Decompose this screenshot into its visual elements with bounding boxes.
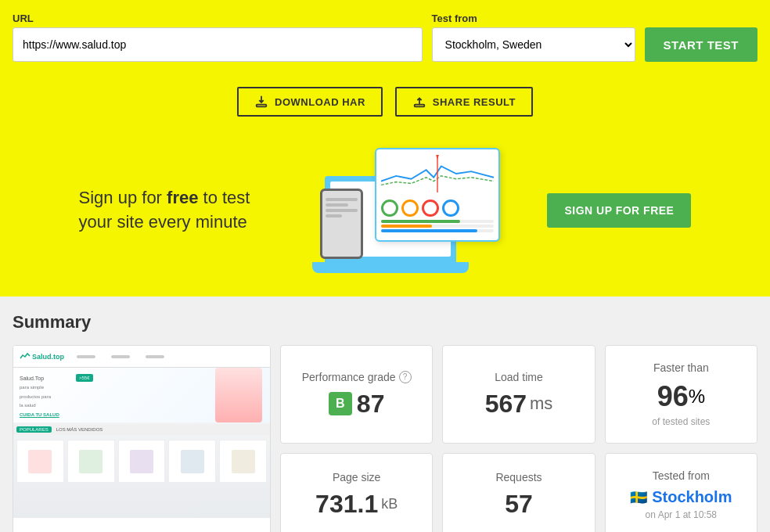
promo-illustration bbox=[297, 148, 500, 273]
test-from-select[interactable]: Stockholm, Sweden New York, USA London, … bbox=[432, 27, 635, 62]
test-from-group: Test from Stockholm, Sweden New York, US… bbox=[432, 13, 635, 62]
toolbar: URL Test from Stockholm, Sweden New York… bbox=[0, 0, 770, 77]
screenshot-inner: Salud.top Salud.Top para simple producto… bbox=[13, 346, 270, 518]
grade-row: B 87 bbox=[329, 390, 385, 419]
grade-value: 87 bbox=[357, 390, 385, 419]
site-product-3 bbox=[118, 440, 166, 483]
faster-than-label: Faster than bbox=[653, 361, 709, 374]
info-icon[interactable]: ? bbox=[399, 371, 412, 383]
site-product-5 bbox=[219, 440, 267, 483]
load-time-label: Load time bbox=[495, 371, 542, 383]
faster-than-sub: of tested sites bbox=[652, 416, 710, 427]
url-group: URL bbox=[13, 13, 423, 62]
share-result-button[interactable]: SHARE RESULT bbox=[395, 87, 533, 117]
start-test-button[interactable]: START TEST bbox=[645, 27, 757, 62]
summary-grid: Salud.top Salud.Top para simple producto… bbox=[13, 345, 757, 532]
site-product-4 bbox=[168, 440, 216, 483]
site-hero-text: Salud.Top para simple productos para la … bbox=[20, 374, 59, 419]
chart-card bbox=[375, 148, 500, 242]
progress-bar-row-1 bbox=[381, 220, 494, 223]
gauge-orange bbox=[401, 200, 419, 217]
promo-banner: Sign up for free to test your site every… bbox=[0, 132, 770, 297]
load-time-value: 567 bbox=[485, 390, 527, 419]
site-product-2 bbox=[67, 440, 115, 483]
tested-date: on Apr 1 at 10:58 bbox=[646, 509, 717, 520]
gauge-red bbox=[422, 200, 439, 217]
url-input[interactable] bbox=[13, 27, 423, 62]
page-size-card: Page size 731.1 kB bbox=[280, 453, 433, 532]
faster-than-unit: % bbox=[689, 386, 705, 408]
promo-text-part3: your site every minute bbox=[79, 212, 247, 232]
site-hero-image bbox=[215, 368, 262, 422]
site-hero: Salud.Top para simple productos para la … bbox=[13, 368, 270, 422]
site-logo-icon bbox=[20, 351, 31, 362]
page-size-unit: kB bbox=[381, 496, 398, 512]
promo-text-bold: free bbox=[167, 188, 198, 207]
grade-badge: B bbox=[329, 392, 352, 415]
tested-from-label: Tested from bbox=[653, 469, 710, 482]
progress-bars bbox=[381, 220, 494, 232]
progress-bar-row-3 bbox=[381, 229, 494, 232]
site-products bbox=[13, 435, 270, 487]
site-nav-dots bbox=[77, 355, 164, 358]
gauge-row bbox=[381, 200, 494, 217]
performance-grade-label: Performance grade ? bbox=[302, 371, 412, 383]
laptop-base bbox=[312, 262, 469, 273]
svg-rect-0 bbox=[257, 105, 267, 107]
svg-marker-5 bbox=[437, 155, 440, 160]
load-time-value-row: 567 ms bbox=[485, 390, 553, 419]
load-time-card: Load time 567 ms bbox=[442, 345, 595, 444]
tested-from-location: 🇸🇪 Stockholm bbox=[630, 488, 732, 506]
fake-site-header: Salud.top bbox=[13, 346, 270, 368]
chart-wave-svg bbox=[381, 154, 494, 193]
summary-title: Summary bbox=[13, 312, 757, 332]
promo-text-part1: Sign up for bbox=[79, 188, 167, 207]
action-bar: DOWNLOAD HAR SHARE RESULT bbox=[0, 77, 770, 132]
faster-than-value-row: 96 % bbox=[657, 380, 705, 413]
url-label: URL bbox=[13, 13, 423, 24]
site-hero-badge: >55€ bbox=[76, 374, 93, 382]
load-time-unit: ms bbox=[530, 394, 552, 414]
site-product-1 bbox=[16, 440, 64, 483]
gauge-blue bbox=[442, 200, 459, 217]
phone-device bbox=[320, 189, 363, 259]
product-tabs: POPULARES LOS MÁS VENDIDOS bbox=[13, 424, 270, 435]
page-size-value: 731.1 bbox=[315, 490, 378, 519]
requests-label: Requests bbox=[495, 471, 542, 483]
faster-than-percent: 96 bbox=[657, 380, 689, 413]
screen-lines bbox=[322, 191, 361, 225]
stockholm-name: Stockholm bbox=[652, 488, 732, 506]
share-icon bbox=[412, 95, 426, 109]
test-from-label: Test from bbox=[432, 13, 635, 24]
faster-than-card: Faster than 96 % of tested sites bbox=[605, 345, 757, 444]
requests-card: Requests 57 bbox=[442, 453, 595, 532]
signup-button[interactable]: SIGN UP FOR FREE bbox=[547, 193, 691, 228]
requests-value: 57 bbox=[505, 490, 533, 519]
phone-screen bbox=[322, 191, 361, 257]
progress-bar-row-2 bbox=[381, 225, 494, 228]
promo-text-part2: to test bbox=[198, 188, 250, 207]
tested-from-card: Tested from 🇸🇪 Stockholm on Apr 1 at 10:… bbox=[605, 453, 757, 532]
download-har-button[interactable]: DOWNLOAD HAR bbox=[237, 87, 383, 117]
gauge-green bbox=[381, 200, 398, 217]
page-size-value-row: 731.1 kB bbox=[315, 490, 398, 519]
promo-text: Sign up for free to test your site every… bbox=[79, 186, 250, 235]
screenshot-card: Salud.top Salud.Top para simple producto… bbox=[13, 345, 271, 532]
performance-grade-card: Performance grade ? B 87 bbox=[280, 345, 433, 444]
page-size-label: Page size bbox=[333, 471, 380, 483]
stockholm-flag: 🇸🇪 bbox=[630, 489, 647, 506]
download-icon bbox=[254, 95, 268, 109]
svg-rect-2 bbox=[414, 105, 424, 107]
summary-section: Summary Salud.top bbox=[0, 297, 770, 532]
site-logo: Salud.top bbox=[20, 351, 64, 362]
